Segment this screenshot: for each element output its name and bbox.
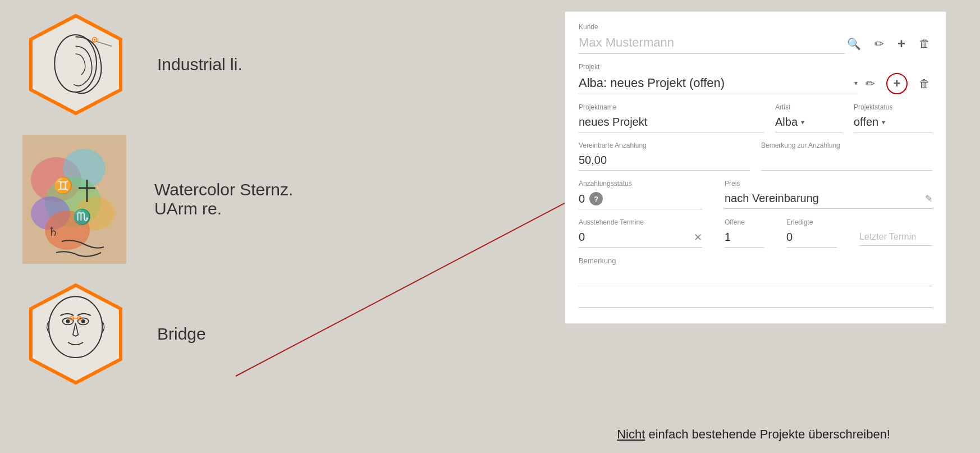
vereinbarte-anzahlung-col: Vereinbarte Anzahlung (579, 141, 750, 171)
offene-label: Offene (725, 218, 764, 226)
svg-text:♊: ♊ (53, 176, 73, 195)
svg-point-24 (81, 319, 85, 323)
kunde-delete-button[interactable]: 🗑 (917, 36, 932, 51)
kunde-label: Kunde (579, 23, 932, 31)
projektstatus-chevron-icon: ▾ (882, 118, 885, 126)
kunde-header-row: Max Mustermann 🔍 ✏ + 🗑 (579, 33, 932, 54)
left-panel: Industrial li. ♊ ♏ (22, 11, 303, 404)
kunde-value: Max Mustermann (579, 35, 674, 49)
artist-label: Artist (775, 103, 842, 111)
kunde-edit-button[interactable]: ✏ (872, 36, 886, 52)
projektname-input[interactable] (579, 113, 764, 132)
status-preis-row: Anzahlungsstatus 0 ? Preis nach Vereinba… (579, 180, 932, 209)
projekt-value: Alba: neues Projekt (offen) (579, 76, 725, 90)
svg-text:♏: ♏ (73, 208, 91, 226)
ausstehende-termine-col: Ausstehende Termine 0 ✕ (579, 218, 702, 248)
erledigte-col: Erledigte 0 (786, 218, 837, 248)
preis-edit-icon[interactable]: ✎ (925, 193, 932, 204)
right-panel: Kunde Max Mustermann 🔍 ✏ + 🗑 Projekt Alb… (565, 11, 946, 324)
preis-row: nach Vereinbarung ✎ (725, 190, 932, 209)
bemerkung-anzahlung-col: Bemerkung zur Anzahlung (761, 141, 932, 171)
projekt-label: Projekt (579, 63, 932, 71)
anzahlungsstatus-label: Anzahlungsstatus (579, 180, 702, 187)
bottom-text-nicht: Nicht (617, 427, 645, 441)
projektname-col: Projektname (579, 103, 764, 132)
ausstehende-termine-label: Ausstehende Termine (579, 218, 702, 226)
anzahlungsstatus-col: Anzahlungsstatus 0 ? (579, 180, 702, 209)
letzter-termin-col: Letzter Termin (859, 218, 932, 246)
bridge-label: Bridge (157, 324, 206, 344)
svg-point-26 (71, 318, 72, 319)
erledigte-value: 0 (786, 228, 837, 248)
hexagon-bridge (22, 281, 129, 387)
termine-row: Ausstehende Termine 0 ✕ Offene 1 Erledig… (579, 218, 932, 248)
industrial-label: Industrial li. (157, 55, 242, 74)
vereinbarte-anzahlung-input[interactable] (579, 152, 750, 171)
svg-point-5 (94, 39, 95, 40)
artist-dropdown[interactable]: Alba ▾ (775, 113, 842, 132)
projekt-edit-button[interactable]: ✏ (863, 76, 877, 91)
projektstatus-label: Projektstatus (854, 103, 932, 111)
projekt-icons: ✏ + 🗑 (863, 73, 932, 94)
projektstatus-value: offen (854, 116, 878, 129)
vereinbarte-anzahlung-label: Vereinbarte Anzahlung (579, 141, 750, 149)
bemerkung-section: Bemerkung (579, 257, 932, 308)
projektstatus-dropdown[interactable]: offen ▾ (854, 113, 932, 132)
photo-watercolor: ♊ ♏ ♄ (22, 135, 126, 264)
anzahlungsstatus-value: 0 (579, 193, 585, 205)
anzahlung-row: Vereinbarte Anzahlung Bemerkung zur Anza… (579, 141, 932, 171)
offene-col: Offene 1 (725, 218, 764, 248)
letzter-termin-value: Letzter Termin (859, 230, 932, 246)
svg-point-28 (79, 318, 80, 319)
projekt-add-button[interactable]: + (886, 73, 908, 94)
preis-col: Preis nach Vereinbarung ✎ (725, 180, 932, 209)
projekt-dropdown[interactable]: Alba: neues Projekt (offen) ▾ (579, 74, 858, 94)
bottom-warning: Nicht einfach bestehende Projekte übersc… (617, 427, 890, 442)
projekt-header-row: Alba: neues Projekt (offen) ▾ ✏ + 🗑 (579, 73, 932, 94)
erledigte-label: Erledigte (786, 218, 837, 226)
item-bridge: Bridge (22, 281, 303, 387)
projekt-chevron-icon: ▾ (854, 79, 858, 87)
projektname-label: Projektname (579, 103, 764, 111)
preis-label: Preis (725, 180, 932, 187)
artist-chevron-icon: ▾ (801, 118, 804, 126)
svg-point-23 (66, 319, 70, 323)
kunde-add-button[interactable]: + (895, 35, 908, 53)
projekt-section: Projekt Alba: neues Projekt (offen) ▾ ✏ … (579, 63, 932, 94)
help-icon[interactable]: ? (589, 192, 603, 205)
kunde-search-button[interactable]: 🔍 (845, 36, 863, 52)
projektstatus-col: Projektstatus offen ▾ (854, 103, 932, 132)
ausstehende-termine-value: 0 (579, 231, 689, 244)
bemerkung-label: Bemerkung (579, 257, 932, 265)
svg-marker-19 (31, 285, 121, 383)
kunde-icons: 🔍 ✏ + 🗑 (845, 35, 932, 53)
artist-value: Alba (775, 116, 798, 129)
projekt-delete-button[interactable]: 🗑 (917, 76, 932, 91)
offene-value: 1 (725, 228, 764, 248)
artist-col: Artist Alba ▾ (775, 103, 842, 132)
kunde-section: Kunde Max Mustermann 🔍 ✏ + 🗑 (579, 23, 932, 54)
bemerkung-line-2 (579, 291, 932, 308)
bemerkung-anzahlung-label: Bemerkung zur Anzahlung (761, 141, 932, 149)
bemerkung-line-1 (579, 269, 932, 286)
item-industrial: Industrial li. (22, 11, 303, 118)
termine-clear-button[interactable]: ✕ (694, 231, 702, 244)
svg-text:♄: ♄ (48, 225, 59, 239)
svg-marker-2 (31, 16, 121, 113)
watercolor-label: Watercolor Sternz. UArm re. (154, 180, 303, 218)
projekt-details-row: Projektname Artist Alba ▾ Projektstatus … (579, 103, 932, 132)
preis-value: nach Vereinbarung (725, 192, 925, 205)
item-watercolor: ♊ ♏ ♄ Watercolor Sternz. UArm re. (22, 135, 303, 264)
hexagon-industrial (22, 11, 129, 118)
bottom-text-rest: einfach bestehende Projekte überschreibe… (645, 427, 890, 441)
bemerkung-anzahlung-input[interactable] (761, 152, 932, 171)
